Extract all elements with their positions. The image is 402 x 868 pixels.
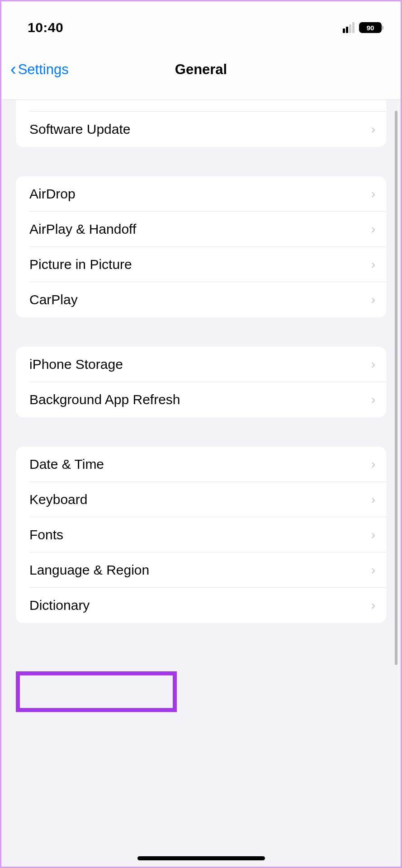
- row-carplay[interactable]: CarPlay ›: [16, 282, 386, 317]
- row-label: CarPlay: [29, 292, 78, 307]
- chevron-right-icon: ›: [371, 257, 375, 272]
- chevron-right-icon: ›: [371, 528, 375, 542]
- chevron-right-icon: ›: [371, 292, 375, 307]
- row-label: Date & Time: [29, 457, 104, 472]
- battery-icon: 90: [359, 22, 382, 33]
- chevron-right-icon: ›: [371, 222, 375, 236]
- settings-group-1: AirDrop › AirPlay & Handoff › Picture in…: [16, 176, 386, 317]
- row-label: Keyboard: [29, 492, 87, 507]
- row-iphone-storage[interactable]: iPhone Storage ›: [16, 347, 386, 382]
- chevron-right-icon: ›: [371, 492, 375, 507]
- row-picture-in-picture[interactable]: Picture in Picture ›: [16, 247, 386, 282]
- row-label: Software Update: [29, 122, 130, 137]
- settings-group-2: iPhone Storage › Background App Refresh …: [16, 347, 386, 417]
- row-airplay-handoff[interactable]: AirPlay & Handoff ›: [16, 212, 386, 247]
- status-time: 10:40: [28, 20, 63, 35]
- content: Software Update › AirDrop › AirPlay & Ha…: [1, 97, 401, 623]
- status-indicators: 90: [343, 22, 382, 33]
- row-label: Picture in Picture: [29, 257, 132, 272]
- row-background-app-refresh[interactable]: Background App Refresh ›: [16, 382, 386, 417]
- scrollbar[interactable]: [395, 111, 397, 665]
- page-title: General: [175, 61, 227, 78]
- annotation-highlight: [16, 671, 177, 712]
- row-label: AirPlay & Handoff: [29, 222, 136, 237]
- row-label: iPhone Storage: [29, 357, 123, 372]
- cellular-signal-icon: [343, 22, 355, 33]
- row-language-region[interactable]: Language & Region ›: [16, 552, 386, 588]
- row-dictionary[interactable]: Dictionary ›: [16, 588, 386, 623]
- back-label: Settings: [18, 61, 69, 78]
- chevron-right-icon: ›: [371, 122, 375, 137]
- chevron-right-icon: ›: [371, 598, 375, 613]
- row-label: Fonts: [29, 527, 63, 542]
- chevron-right-icon: ›: [371, 457, 375, 472]
- status-bar: 10:40 90: [1, 1, 401, 47]
- back-button[interactable]: ‹ Settings: [10, 60, 69, 79]
- row-fonts[interactable]: Fonts ›: [16, 517, 386, 552]
- settings-group-0: Software Update ›: [16, 97, 386, 147]
- row-label: Background App Refresh: [29, 392, 180, 407]
- row-airdrop[interactable]: AirDrop ›: [16, 176, 386, 212]
- row-label: Language & Region: [29, 562, 149, 578]
- row-date-time[interactable]: Date & Time ›: [16, 447, 386, 482]
- navigation-bar: ‹ Settings General: [1, 47, 401, 100]
- row-label: AirDrop: [29, 186, 76, 202]
- home-indicator[interactable]: [137, 856, 265, 860]
- chevron-right-icon: ›: [371, 357, 375, 372]
- row-label: Dictionary: [29, 598, 90, 613]
- settings-group-3: Date & Time › Keyboard › Fonts › Languag…: [16, 447, 386, 623]
- row-software-update[interactable]: Software Update ›: [16, 112, 386, 147]
- chevron-right-icon: ›: [371, 392, 375, 407]
- row-keyboard[interactable]: Keyboard ›: [16, 482, 386, 517]
- chevron-right-icon: ›: [371, 187, 375, 201]
- chevron-right-icon: ›: [371, 563, 375, 577]
- chevron-left-icon: ‹: [10, 60, 16, 79]
